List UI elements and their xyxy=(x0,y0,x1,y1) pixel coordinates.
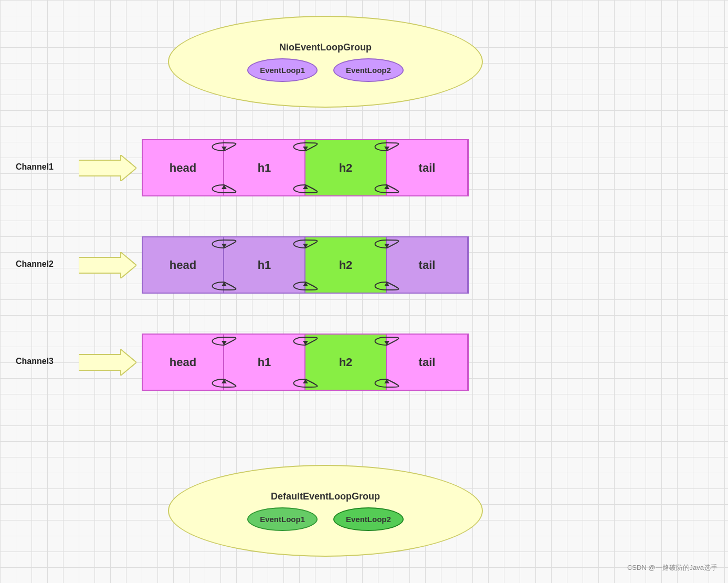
nio-eventloop-row: EventLoop1 EventLoop2 xyxy=(247,58,404,82)
watermark: CSDN @一路破防的Java选手 xyxy=(627,563,718,572)
channel3-h2: h2 xyxy=(305,335,387,390)
channel2-pipeline: head h1 h2 tail xyxy=(142,236,469,294)
channel3-label-area: Channel3 xyxy=(0,357,73,368)
svg-marker-7 xyxy=(79,252,136,278)
channel2-label: Channel2 xyxy=(16,259,73,269)
channel2-label-area: Channel2 xyxy=(0,259,73,271)
channel3-row: Channel3 head h1 h2 tail xyxy=(0,334,702,391)
channel2-row: Channel2 head h1 h2 tail xyxy=(0,236,702,294)
channel1-pipeline: head h1 h2 tail xyxy=(142,139,469,196)
channel3-label: Channel3 xyxy=(16,357,73,366)
channel3-head: head xyxy=(143,335,224,390)
channel3-pipeline: head h1 h2 tail xyxy=(142,334,469,391)
default-group-label: DefaultEventLoopGroup xyxy=(271,491,380,502)
channel3-h1: h1 xyxy=(224,335,305,390)
channel2-h1: h1 xyxy=(224,237,305,293)
channel3-arrow xyxy=(79,349,136,376)
channel2-arrow xyxy=(79,252,136,278)
nio-group-label: NioEventLoopGroup xyxy=(279,42,372,53)
nio-eventloop1: EventLoop1 xyxy=(247,58,318,82)
default-eventloop2: EventLoop2 xyxy=(333,507,404,531)
main-content: NioEventLoopGroup EventLoop1 EventLoop2 … xyxy=(0,0,728,583)
channel1-h1: h1 xyxy=(224,140,305,195)
channel1-arrow xyxy=(79,155,136,181)
channel2-h2: h2 xyxy=(305,237,387,293)
channel1-head: head xyxy=(143,140,224,195)
svg-marker-14 xyxy=(79,349,136,376)
channel2-head: head xyxy=(143,237,224,293)
nio-eventloop2: EventLoop2 xyxy=(333,58,404,82)
channel1-label: Channel1 xyxy=(16,162,73,172)
channel3-tail: tail xyxy=(387,335,468,390)
nio-event-loop-group: NioEventLoopGroup EventLoop1 EventLoop2 xyxy=(168,16,483,108)
channel2-tail: tail xyxy=(387,237,468,293)
default-eventloop1: EventLoop1 xyxy=(247,507,318,531)
svg-marker-0 xyxy=(79,155,136,181)
channel1-label-area: Channel1 xyxy=(0,162,73,174)
channel1-row: Channel1 head h1 h2 tail xyxy=(0,139,702,196)
channel1-tail: tail xyxy=(387,140,468,195)
default-event-loop-group: DefaultEventLoopGroup EventLoop1 EventLo… xyxy=(168,465,483,557)
channel1-h2: h2 xyxy=(305,140,387,195)
default-eventloop-row: EventLoop1 EventLoop2 xyxy=(247,507,404,531)
